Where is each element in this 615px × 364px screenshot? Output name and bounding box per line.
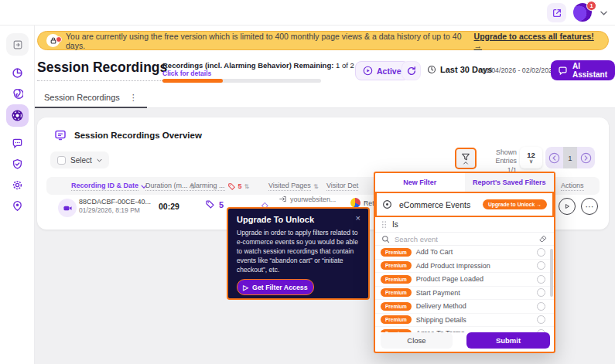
recording-id: 88CDACBF-00CE-40...	[79, 198, 151, 206]
radio-button[interactable]	[537, 315, 545, 324]
alarming-cell: 5	[205, 199, 224, 209]
next-page-button[interactable]	[580, 152, 592, 164]
scrollbar[interactable]	[550, 249, 553, 297]
overview-title: Session Recordings Overview	[74, 131, 202, 140]
radio-button[interactable]	[537, 261, 545, 270]
condition-value: Is	[392, 220, 398, 229]
event-option-delivery-method[interactable]: Premium Delivery Method	[375, 300, 554, 314]
more-actions-button[interactable]: ⋯	[581, 198, 598, 215]
column-alarming[interactable]: Alarming ... 5 ⇅	[190, 182, 249, 191]
sidebar-item-session-recordings[interactable]	[6, 104, 29, 127]
filter-toggle-button[interactable]	[455, 148, 477, 169]
event-list: Premium Add To Cart Premium Add Product …	[375, 246, 554, 332]
chat-icon	[12, 138, 23, 149]
event-option-product-page-loaded[interactable]: Premium Product Page Loaded	[375, 273, 554, 287]
search-icon	[381, 235, 390, 243]
gear-icon	[12, 179, 23, 191]
recording-duration: 00:29	[159, 202, 179, 211]
visited-pages-cell[interactable]: yourwebsiten...	[278, 195, 336, 203]
sidebar-collapse-button[interactable]	[6, 33, 29, 56]
watch-recording-button[interactable]	[559, 198, 576, 215]
recordings-overview-icon	[54, 129, 67, 141]
collapse-icon	[12, 39, 23, 50]
alarm-count: 5	[219, 200, 224, 209]
user-menu[interactable]: 1	[573, 3, 593, 22]
export-button[interactable]	[547, 3, 566, 22]
quota-value: 1 of 2	[336, 61, 354, 70]
free-version-banner: You are currently using the free version…	[37, 31, 609, 50]
quota-details-link[interactable]: Click for details	[162, 70, 211, 77]
event-option-agree-to-terms[interactable]: Premium Agree To Terms	[375, 327, 554, 332]
event-option-shipping-details[interactable]: Premium Shipping Details	[375, 314, 554, 328]
tab-new-filter[interactable]: New Filter	[375, 173, 465, 192]
tab-saved-filters[interactable]: Report's Saved Filters	[465, 173, 555, 192]
quota-progress-bar	[162, 79, 321, 83]
column-visitor-details[interactable]: Visitor Det	[326, 182, 358, 191]
close-icon[interactable]: ×	[356, 213, 360, 223]
radio-button[interactable]	[537, 275, 545, 284]
event-option-add-product-impression[interactable]: Premium Add Product Impression	[375, 260, 554, 274]
upgrade-tooltip: Upgrade To Unlock × Upgrade in order to …	[227, 207, 370, 300]
search-event-input[interactable]	[395, 235, 534, 243]
quota-text: Recordings (incl. Alarming Behavior) Rem…	[162, 61, 354, 70]
filter-panel-footer: Close Submit	[381, 332, 550, 349]
tooltip-body: Upgrade in order to apply filters relate…	[237, 228, 360, 274]
column-duration[interactable]: Duration (m... ⇅	[145, 182, 195, 191]
filter-panel: New Filter Report's Saved Filters eComme…	[374, 172, 555, 353]
sidebar-item-dashboard[interactable]	[6, 62, 29, 84]
event-option-start-payment[interactable]: Premium Start Payment	[375, 287, 554, 301]
event-option-add-to-cart[interactable]: Premium Add To Cart	[375, 246, 554, 260]
page-number[interactable]: 1	[563, 147, 577, 168]
radio-button[interactable]	[537, 288, 545, 297]
close-button[interactable]: Close	[381, 332, 453, 349]
sidebar-item-journeys[interactable]	[6, 195, 29, 217]
chat-icon	[558, 66, 568, 76]
sidebar-item-feedback[interactable]	[6, 132, 29, 155]
recording-date: 01/29/2026, 8:19 PM	[79, 206, 140, 214]
sidebar-item-settings[interactable]	[6, 174, 29, 196]
select-dropdown[interactable]: Select	[50, 151, 109, 168]
filter-panel-tabs: New Filter Report's Saved Filters	[375, 173, 554, 192]
filter-type-row[interactable]: eCommerce Events Upgrade to Unlock →	[375, 192, 554, 217]
radio-button[interactable]	[537, 248, 545, 257]
column-actions: Actions	[561, 182, 584, 191]
pagination: 1	[545, 147, 595, 168]
sidebar-item-security[interactable]	[6, 153, 29, 175]
spiral-icon	[12, 88, 23, 100]
sort-icon[interactable]: ⇅	[313, 183, 319, 190]
alarm-tag-icon	[227, 182, 236, 191]
get-filter-access-button[interactable]: ▷ Get Filter Access	[237, 279, 314, 295]
tab-session-recordings[interactable]: Session Recordings ⋮	[35, 88, 147, 108]
select-all-checkbox[interactable]	[57, 156, 66, 165]
column-visited-pages[interactable]: Visited Pages ⇅	[268, 182, 319, 191]
previous-page-button[interactable]	[548, 152, 560, 164]
premium-badge: Premium	[381, 248, 412, 257]
sidebar-item-heatmaps[interactable]	[6, 83, 29, 105]
sort-icon[interactable]: ⇅	[244, 183, 250, 190]
premium-badge: Premium	[381, 315, 412, 324]
target-icon	[382, 199, 392, 209]
shield-check-icon	[12, 158, 23, 170]
chevron-down-icon[interactable]	[600, 11, 607, 15]
upgrade-link[interactable]: Upgrade to access all features! →	[474, 32, 600, 50]
tooltip-title: Upgrade To Unlock	[237, 215, 360, 224]
person-pin-icon	[12, 200, 23, 212]
radio-button[interactable]	[537, 302, 545, 311]
clear-filter-icon[interactable]	[538, 234, 548, 243]
page-size-selector[interactable]: 12 ∨	[520, 147, 542, 168]
chevron-up-icon	[463, 162, 469, 165]
submit-button[interactable]: Submit	[466, 332, 550, 349]
notification-badge: 1	[586, 1, 596, 11]
play-icon	[363, 66, 373, 76]
ai-assistant-button[interactable]: AI Assistant	[551, 60, 615, 80]
funnel-icon	[461, 152, 470, 162]
refresh-button[interactable]	[401, 61, 421, 80]
tab-strip: Session Recordings ⋮	[35, 86, 615, 108]
kebab-menu-icon[interactable]: ⋮	[129, 93, 138, 103]
banner-text: You are currently using the free version…	[66, 32, 468, 50]
condition-row[interactable]: Is	[375, 217, 554, 233]
app-root: 1	[0, 0, 615, 364]
upgrade-to-unlock-badge[interactable]: Upgrade to Unlock →	[483, 199, 547, 209]
play-outline-icon: ▷	[243, 284, 248, 291]
column-recording-id[interactable]: Recording ID & Date	[71, 182, 147, 191]
